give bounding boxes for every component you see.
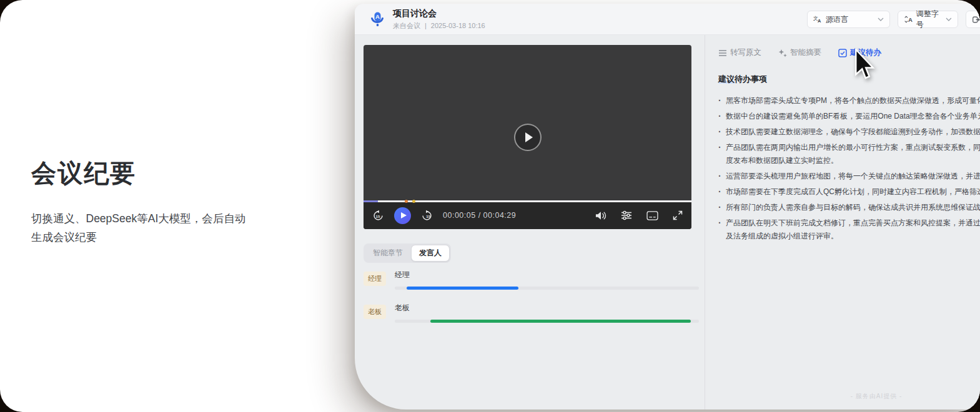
tab-label: 智能摘要 [790,47,821,58]
list-lines-icon [718,49,727,57]
chevron-down-icon [878,17,884,21]
speaker-timeline-segment[interactable] [407,287,518,290]
meeting-source: 来自会议 [393,21,420,31]
todo-text: 所有部门的负责人需亲自参与目标的解码，确保达成共识并用系统思维保证战略落 [726,201,980,214]
hero-section: 会议纪要 切换通义、DeepSeek等AI大模型，会后自动 生成会议纪要 [31,156,275,247]
todo-text: 技术团队需要建立数据湖理念，确保每个字段都能追溯到业务动作，加强数据治理 [726,125,980,139]
meeting-subtitle: 来自会议 | 2025-03-18 10:16 [393,21,485,31]
svg-text:15: 15 [426,213,430,218]
todo-text: 产品团队在明天下班前完成文档修订，重点完善买点方案和风控提案，并通过研发 [726,217,980,230]
font-size-dropdown[interactable]: A 调整字号 [898,11,958,28]
speaker-tag: 老板 [364,305,386,319]
todo-item: 市场部需要在下季度完成百人QC孵化计划，同时建立内容工程机制，严格筛选合作 [718,185,980,199]
window-header: A 项目讨论会 来自会议 | 2025-03-18 10:16 文A 源语言 A [355,4,980,35]
todo-text: 市场部需要在下季度完成百人QC孵化计划，同时建立内容工程机制，严格筛选合作 [726,185,980,199]
todo-item: 产品团队在明天下班前完成文档修订，重点完善买点方案和风控提案，并通过研发 及法务… [718,217,980,243]
volume-button[interactable] [595,210,606,221]
speaker-row: 老板 老板 [364,303,670,323]
todo-text: 数据中台的建设需避免简单的BF看板，要运用One Data理念整合各个业务单元的… [726,110,980,123]
todo-text: 及法务组成的虚拟小组进行评审。 [726,230,980,243]
export-button[interactable] [966,11,980,28]
meeting-title: 项目讨论会 [393,8,485,19]
page-card: 会议纪要 切换通义、DeepSeek等AI大模型，会后自动 生成会议纪要 A 项… [0,0,980,412]
tab-label: 转写原文 [730,47,761,58]
speaker-row: 经理 经理 [364,270,670,290]
description-line: 切换通义、DeepSeek等AI大模型，会后自动 [31,209,275,228]
page-description: 切换通义、DeepSeek等AI大模型，会后自动 生成会议纪要 [31,209,275,247]
header-actions: 文A 源语言 A 调整字号 [807,11,980,28]
sparkles-icon [778,49,787,57]
todo-list: 黑客市场部需牵头成立专项PM，将各个触点的数据买点做深做透，形成可量化的北 数据… [718,94,980,243]
translate-icon: 文A [813,15,822,24]
source-language-dropdown[interactable]: 文A 源语言 [807,11,890,28]
tab-smart-chapters[interactable]: 智能章节 [365,245,411,262]
font-size-dropdown-label: 调整字号 [916,9,946,30]
svg-text:A: A [818,18,821,24]
tab-smart-summary[interactable]: 智能摘要 [778,47,821,58]
progress-played-segment [364,200,378,202]
window-title-block: 项目讨论会 来自会议 | 2025-03-18 10:16 [393,8,485,31]
tab-label: 建议待办 [850,47,881,58]
video-center-play-button[interactable] [514,124,542,151]
speaker-timeline-track[interactable] [395,320,699,323]
speaker-name: 老板 [395,303,699,313]
page-title: 会议纪要 [31,156,275,190]
play-button[interactable] [394,207,411,224]
todo-text: 黑客市场部需牵头成立专项PM，将各个触点的数据买点做深做透，形成可量化的北 [726,94,980,107]
panel-divider [705,35,705,410]
speaker-name: 经理 [395,270,699,280]
playback-time: 00:00:05 / 00:04:29 [443,211,516,220]
todo-item: 所有部门的负责人需亲自参与目标的解码，确保达成共识并用系统思维保证战略落 [718,201,980,214]
language-dropdown-label: 源语言 [826,14,848,25]
heading-highlighted-text: 建议 [718,74,735,84]
todo-section-heading: 建议待办事项 [718,74,980,85]
progress-marker-yellow[interactable] [412,200,415,203]
todo-item: 黑客市场部需牵头成立专项PM，将各个触点的数据买点做深做透，形成可量化的北 [718,94,980,107]
app-logo-microphone-icon: A [369,11,386,28]
description-line: 生成会议纪要 [31,228,275,247]
summary-panel-tabs: 转写原文 智能摘要 建议待办 [718,47,980,58]
fullscreen-button[interactable] [673,210,683,220]
speaker-timeline-segment[interactable] [430,320,691,323]
video-player[interactable]: 15 15 00:00:05 / 00:04:29 [364,45,691,229]
video-progress-bar[interactable] [364,200,691,202]
play-icon [525,132,533,142]
todo-item: 技术团队需要建立数据湖理念，确保每个字段都能追溯到业务动作，加强数据治理 [718,125,980,139]
playback-settings-button[interactable] [621,210,632,220]
tab-speakers[interactable]: 发言人 [411,245,450,262]
tab-transcript[interactable]: 转写原文 [718,47,761,58]
subtitle-separator: | [425,22,427,29]
captions-button[interactable] [646,211,658,220]
todo-text: 产品团队需在两周内输出用户增长的最小可行性方案，重点测试裂变系数，同时技 [726,141,980,154]
font-size-icon: A [904,15,913,24]
meeting-datetime: 2025-03-18 10:16 [431,22,485,29]
svg-text:A: A [375,13,380,20]
checkbox-check-icon [838,49,847,57]
todo-item: 运营部要牵头梳理用户旅程地图，将每一个关键点的触达策略做深做透，并进行SO [718,170,980,183]
forward-15-button[interactable]: 15 [421,210,433,222]
tab-suggested-todos[interactable]: 建议待办 [838,47,881,58]
progress-marker-orange[interactable] [405,200,408,203]
chevron-down-icon [946,17,952,21]
todo-item: 产品团队需在两周内输出用户增长的最小可行性方案，重点测试裂变系数，同时技 度发布… [718,141,980,167]
app-window: A 项目讨论会 来自会议 | 2025-03-18 10:16 文A 源语言 A [355,4,980,410]
svg-text:15: 15 [376,213,380,218]
export-icon [972,15,980,24]
svg-text:A: A [908,16,913,23]
todo-text: 度发布和数据团队建立实时监控。 [726,154,980,167]
player-right-controls [595,210,683,221]
video-controls-bar: 15 15 00:00:05 / 00:04:29 [364,202,691,229]
todo-text: 运营部要牵头梳理用户旅程地图，将每一个关键点的触达策略做深做透，并进行SO [726,170,980,183]
ai-service-note: - 服务由AI提供 - [836,392,917,401]
todo-item: 数据中台的建设需避免简单的BF看板，要运用One Data理念整合各个业务单元的… [718,110,980,123]
speaker-list: 经理 经理 老板 老板 [364,270,670,336]
rewind-15-button[interactable]: 15 [372,210,384,222]
media-tabs: 智能章节 发言人 [364,243,451,263]
play-icon [401,212,407,218]
speaker-timeline-track[interactable] [395,287,699,290]
summary-panel: 转写原文 智能摘要 建议待办 建议待办事项 黑客市场部需牵头成立专项PM，将各个… [718,35,980,245]
heading-text: 待办事项 [735,74,767,84]
speaker-tag: 经理 [364,272,386,286]
